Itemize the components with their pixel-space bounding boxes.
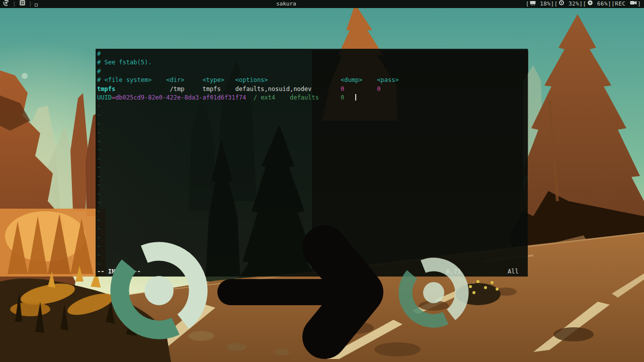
- launcher-logo-icon[interactable]: [3, 0, 10, 9]
- window-title: sakura: [276, 0, 296, 8]
- vim-ruler: 6,71: [446, 267, 461, 276]
- memory-icon: [529, 0, 536, 8]
- cpu-indicator: [ 32%]: [554, 0, 583, 8]
- empty-line-marker: ~: [97, 120, 528, 128]
- empty-line-marker: ~: [97, 163, 528, 172]
- fstab-line: #: [97, 67, 528, 76]
- memory-indicator: [ 18%]: [526, 0, 554, 8]
- empty-line-marker: ~: [97, 234, 528, 242]
- vim-mode-indicator: -- INSERT --: [97, 267, 141, 276]
- empty-line-marker: ~: [97, 225, 528, 233]
- empty-line-marker: ~: [97, 155, 528, 163]
- cpu-icon: [558, 0, 565, 8]
- empty-line-marker: ~: [97, 137, 528, 146]
- disk-icon: [587, 0, 594, 8]
- empty-line-marker: ~: [97, 242, 528, 251]
- top-bar-left: | |: [3, 0, 38, 8]
- separator: |: [13, 0, 16, 8]
- vim-scroll-position: All: [508, 267, 519, 276]
- empty-line-marker: ~: [97, 111, 528, 120]
- top-bar: | | sakura [ 18%][ 32%][ 66%][REC ]: [0, 0, 644, 8]
- empty-line-marker: ~: [97, 146, 528, 154]
- empty-line-marker: ~: [97, 129, 528, 137]
- layout-icon[interactable]: [35, 1, 38, 9]
- fstab-line: UUID=db025cd9-82e0-422e-8da3-af01d6f31f7…: [97, 94, 528, 102]
- desktop: | | sakura [ 18%][ 32%][ 66%][REC ] #: [0, 0, 644, 362]
- empty-line-marker: ~: [97, 199, 528, 207]
- record-indicator: [REC ]: [611, 0, 641, 8]
- disk-indicator: [ 66%]: [583, 0, 612, 8]
- empty-line-marker: ~: [97, 216, 528, 225]
- empty-line-marker: ~: [97, 102, 528, 111]
- status-indicators: [ 18%][ 32%][ 66%][REC ]: [526, 0, 641, 8]
- empty-line-marker: ~: [97, 181, 528, 190]
- text-cursor: [355, 94, 356, 101]
- fstab-line: # See fstab(5).: [97, 58, 528, 67]
- separator: |: [29, 0, 32, 8]
- empty-line-marker: ~: [97, 251, 528, 259]
- terminal-buffer: ## See fstab(5).## <file system> <dir> <…: [97, 50, 528, 268]
- workspace-icon[interactable]: [19, 0, 26, 9]
- fstab-line: # <file system> <dir> <type> <options> <…: [97, 76, 528, 84]
- empty-line-marker: ~: [97, 190, 528, 199]
- fstab-line: #: [97, 50, 528, 58]
- fstab-line: tmpfs /tmp tmpfs defaults,nosuid,nodev 0…: [97, 85, 528, 94]
- empty-line-marker: ~: [97, 172, 528, 181]
- vim-statusline: -- INSERT -- 6,71 All: [96, 267, 528, 276]
- moon: [22, 73, 28, 79]
- camera-icon: [629, 0, 637, 8]
- empty-line-marker: ~: [97, 207, 528, 216]
- terminal-window[interactable]: ## See fstab(5).## <file system> <dir> <…: [96, 49, 528, 277]
